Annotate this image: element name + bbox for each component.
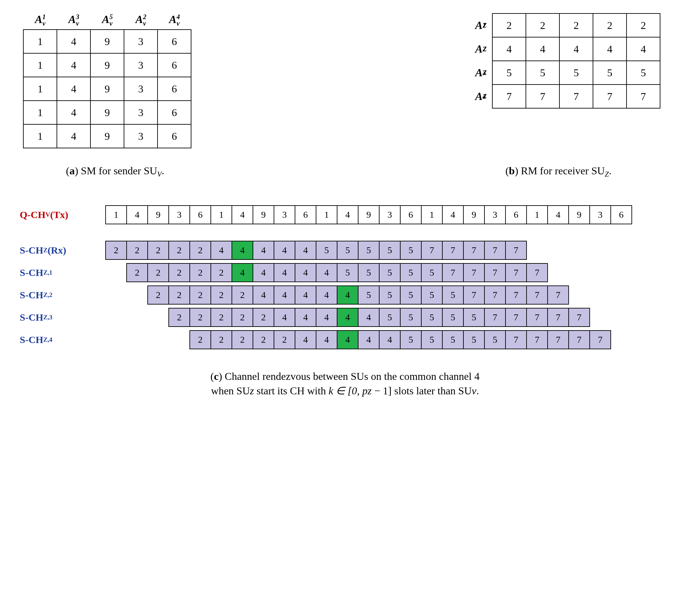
table-a-headers: A1vA3vA5vA2vA4v — [23, 13, 191, 29]
matrix-cell: 9 — [90, 77, 124, 101]
matrix-cell: 9 — [90, 101, 124, 124]
matrix-cell: 1 — [23, 29, 57, 53]
sequence-label: S-CHZ,3 — [20, 308, 105, 327]
slot-cell: 4 — [379, 330, 401, 349]
slot-cell: 9 — [568, 205, 590, 224]
slot-cell: 4 — [252, 285, 274, 305]
slot-cell: 2 — [231, 308, 253, 327]
slot-cell: 7 — [505, 285, 527, 305]
slot-cell: 6 — [610, 205, 632, 224]
slot-cell: 7 — [421, 241, 443, 260]
matrix-cell: 2 — [626, 14, 660, 37]
slot-cell: 5 — [379, 263, 401, 282]
matrix-cell: 7 — [559, 85, 593, 108]
matrix-cell: 4 — [593, 37, 626, 61]
slot-cell: 7 — [526, 330, 548, 349]
slot-cell: 5 — [442, 330, 464, 349]
sequence-label: S-CHZ,4 — [20, 330, 105, 349]
slot-cell: 4 — [295, 285, 316, 305]
sequence-row: S-CHZ,122222444445555577777 — [20, 263, 670, 282]
slot-cell: 6 — [190, 205, 211, 224]
slot-cell: 5 — [463, 308, 485, 327]
slot-cell: 2 — [190, 285, 211, 305]
slot-cell: 2 — [169, 308, 190, 327]
slot-cell: 7 — [589, 330, 611, 349]
matrix-cell: 7 — [626, 85, 660, 108]
slot-cell: 7 — [505, 241, 527, 260]
sequence-label: S-CHZ,2 — [20, 285, 105, 305]
slot-cell: 7 — [547, 308, 569, 327]
slot-cell: 7 — [505, 330, 527, 349]
col-header: A4v — [158, 13, 191, 29]
slot-cell: 4 — [231, 205, 253, 224]
matrix-cell: 5 — [492, 61, 526, 85]
slot-cell: 2 — [169, 263, 190, 282]
slot-cell: 4 — [547, 205, 569, 224]
slot-cell: 4 — [316, 308, 337, 327]
matrix-cell: 5 — [526, 61, 559, 85]
sequence-label: S-CHZ (Rx) — [20, 241, 105, 260]
slot-cell: 4 — [337, 285, 358, 305]
slot-cell: 5 — [358, 263, 380, 282]
slot-cell: 4 — [274, 285, 295, 305]
matrix-cell: 7 — [593, 85, 626, 108]
rm-matrix-table: 22222444445555577777 — [492, 13, 661, 109]
matrix-cell: 6 — [158, 53, 191, 77]
matrix-cell: 9 — [90, 29, 124, 53]
slot-cell: 2 — [210, 308, 232, 327]
caption-b: (b) RM for receiver SUZ. — [457, 165, 661, 179]
matrix-cell: 4 — [57, 53, 90, 77]
slot-cell: 7 — [484, 263, 506, 282]
slot-cell: 9 — [252, 205, 274, 224]
slot-cell: 4 — [210, 241, 232, 260]
slot-cell: 5 — [400, 308, 422, 327]
slot-cell: 4 — [274, 241, 295, 260]
slot-cell: 7 — [505, 263, 527, 282]
slot-cell: 7 — [463, 263, 485, 282]
table-b-row-headers: A1ZA2ZA3ZA4Z — [464, 14, 492, 108]
slot-cell: 5 — [442, 308, 464, 327]
slot-cell: 4 — [126, 205, 148, 224]
slot-cell: 5 — [400, 263, 422, 282]
matrix-cell: 4 — [626, 37, 660, 61]
slot-cell: 4 — [295, 263, 316, 282]
slot-cell: 5 — [358, 285, 380, 305]
top-figures-row: A1vA3vA5vA2vA4v 149361493614936149361493… — [23, 13, 661, 148]
matrix-cell: 4 — [57, 77, 90, 101]
slot-cell: 4 — [358, 330, 380, 349]
sequence-row: S-CHZ,222222444445555577777 — [20, 285, 670, 305]
matrix-cell: 3 — [124, 29, 158, 53]
matrix-cell: 5 — [559, 61, 593, 85]
slot-cell: 7 — [442, 241, 464, 260]
slot-cell: 4 — [295, 241, 316, 260]
sequence-row: S-CHZ,322222444445555577777 — [20, 308, 670, 327]
col-header: A3v — [57, 13, 90, 29]
figure-a: A1vA3vA5vA2vA4v 149361493614936149361493… — [23, 13, 192, 148]
slot-cell: 2 — [147, 241, 169, 260]
slot-cell: 2 — [210, 330, 232, 349]
matrix-cell: 3 — [124, 124, 158, 148]
slot-cell: 4 — [337, 205, 358, 224]
slot-cell: 2 — [126, 241, 148, 260]
sequence-label: Q-CHV (Tx) — [20, 205, 105, 224]
slot-cell: 4 — [231, 263, 253, 282]
slot-cell: 5 — [379, 308, 401, 327]
slot-cell: 7 — [568, 308, 590, 327]
slot-cell: 5 — [421, 308, 443, 327]
slot-cell: 4 — [337, 330, 358, 349]
matrix-cell: 9 — [90, 53, 124, 77]
matrix-cell: 7 — [492, 85, 526, 108]
slot-cell: 7 — [547, 285, 569, 305]
matrix-cell: 3 — [124, 101, 158, 124]
slot-cell: 2 — [231, 330, 253, 349]
row-header: A4Z — [464, 85, 492, 108]
sequence-row: S-CHZ,422222444445555577777 — [20, 330, 670, 349]
slot-cell: 3 — [589, 205, 611, 224]
slot-cell: 2 — [190, 308, 211, 327]
slot-cell: 3 — [169, 205, 190, 224]
slot-cell: 7 — [442, 263, 464, 282]
slot-cell: 2 — [210, 263, 232, 282]
matrix-cell: 2 — [526, 14, 559, 37]
slot-cell: 5 — [337, 241, 358, 260]
slot-cell: 2 — [190, 263, 211, 282]
